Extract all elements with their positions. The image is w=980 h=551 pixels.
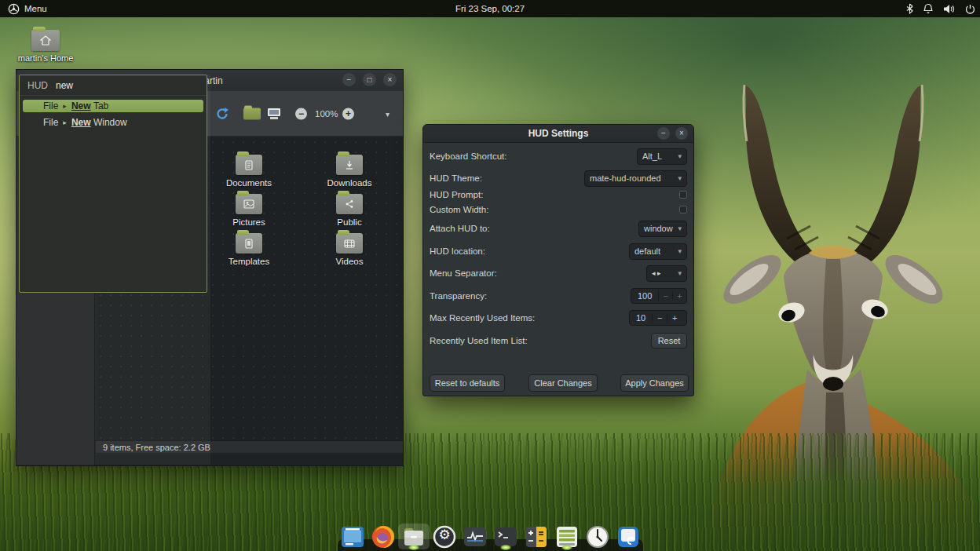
- chevron-down-icon: ▾: [678, 174, 682, 182]
- reset-recent-button[interactable]: Reset: [651, 333, 687, 348]
- dialog-title: HUD Settings: [423, 128, 693, 139]
- spin-plus-button[interactable]: +: [672, 291, 686, 301]
- minimize-button[interactable]: −: [342, 73, 356, 86]
- custom-width-label: Custom Width:: [430, 205, 488, 214]
- attach-hud-label: Attach HUD to:: [430, 224, 490, 233]
- volume-icon[interactable]: [943, 4, 955, 14]
- attach-hud-dropdown[interactable]: window▾: [638, 221, 687, 237]
- dock-file-manager[interactable]: [401, 524, 426, 549]
- chevron-down-icon: ▾: [678, 152, 682, 160]
- hud-result-new-window[interactable]: File ▸ New Window: [23, 116, 203, 129]
- dock-running-indicator: [561, 545, 572, 550]
- dock-software-updater[interactable]: [616, 524, 641, 549]
- transparency-label: Transparency:: [430, 291, 487, 301]
- dock-calculator[interactable]: [524, 524, 549, 549]
- dock-firefox[interactable]: [371, 524, 396, 549]
- hud-settings-titlebar[interactable]: HUD Settings − ×: [423, 125, 693, 143]
- recent-list-label: Recently Used Item List:: [430, 336, 528, 345]
- minimize-button[interactable]: −: [657, 127, 670, 140]
- folder-public[interactable]: Public: [314, 194, 385, 227]
- apply-changes-button[interactable]: Apply Changes: [620, 374, 689, 392]
- chevron-down-icon: ▾: [678, 269, 682, 277]
- menu-separator-dropdown[interactable]: ◂ ▸▾: [646, 265, 687, 282]
- dock-clock[interactable]: [585, 524, 610, 549]
- dock-terminal[interactable]: [493, 524, 518, 549]
- max-recent-label: Max Recently Used Items:: [430, 313, 535, 323]
- hud-search-input[interactable]: new: [56, 80, 73, 91]
- desktop-icon-label: martin's Home: [17, 53, 74, 63]
- hud-result-menu: File: [43, 100, 58, 111]
- folder-templates[interactable]: Templates: [214, 233, 284, 266]
- hud-overlay: HUD new File ▸ New Tab File ▸ New Window: [16, 75, 210, 465]
- refresh-button[interactable]: [215, 107, 229, 121]
- hud-prompt-label: HUD Prompt:: [430, 190, 483, 199]
- dock-control-center[interactable]: ⚙: [432, 524, 457, 549]
- dock-running-indicator: [408, 545, 419, 550]
- menu-separator-label: Menu Separator:: [430, 268, 497, 278]
- close-button[interactable]: ×: [675, 127, 688, 140]
- dock-software-center[interactable]: [340, 524, 365, 549]
- top-panel: Menu Fri 23 Sep, 00:27: [0, 0, 980, 17]
- spin-plus-button[interactable]: +: [667, 313, 682, 323]
- spin-minus-button[interactable]: −: [652, 313, 667, 323]
- transparency-spinner[interactable]: 100 − +: [631, 288, 687, 304]
- clear-changes-button[interactable]: Clear Changes: [528, 374, 598, 392]
- folder-pictures[interactable]: Pictures: [214, 194, 284, 227]
- zoom-level[interactable]: 100%: [315, 109, 338, 119]
- hud-settings-window: HUD Settings − × Keyboard Shortcut: Alt_…: [422, 124, 694, 396]
- power-icon[interactable]: [965, 4, 975, 14]
- custom-width-checkbox[interactable]: [679, 206, 687, 213]
- panel-clock[interactable]: Fri 23 Sep, 00:27: [0, 4, 980, 13]
- hud-theme-dropdown[interactable]: mate-hud-rounded▾: [584, 170, 687, 187]
- close-button[interactable]: ×: [383, 73, 397, 86]
- desktop: martin's Home martin − □ × − 100% + ▾: [0, 0, 980, 551]
- folder-documents[interactable]: Documents: [214, 155, 284, 188]
- max-recent-spinner[interactable]: 10 − +: [629, 310, 687, 326]
- spin-minus-button[interactable]: −: [658, 291, 672, 301]
- folder-icon: [243, 108, 261, 119]
- home-folder-icon: [31, 30, 60, 51]
- submenu-arrow-icon: ▸: [63, 102, 67, 110]
- hud-result-menu: File: [43, 117, 58, 128]
- location-toggle-chevron-icon[interactable]: ▾: [386, 109, 389, 118]
- zoom-in-button[interactable]: +: [342, 108, 354, 119]
- notifications-bell-icon[interactable]: [923, 3, 933, 14]
- hud-search-row[interactable]: HUD new: [20, 75, 207, 96]
- hud-result-new-tab[interactable]: File ▸ New Tab: [23, 100, 203, 112]
- keyboard-shortcut-label: Keyboard Shortcut:: [430, 151, 506, 161]
- desktop-icon-home[interactable]: martin's Home: [17, 25, 74, 63]
- open-folder-button[interactable]: [243, 108, 261, 119]
- maximize-button[interactable]: □: [363, 73, 376, 86]
- bluetooth-icon[interactable]: [906, 3, 913, 14]
- hud-location-dropdown[interactable]: default▾: [629, 243, 687, 260]
- keyboard-shortcut-dropdown[interactable]: Alt_L▾: [637, 148, 687, 165]
- dock-running-indicator: [500, 545, 511, 550]
- dock-software-boutique[interactable]: [554, 524, 580, 549]
- zoom-out-button[interactable]: −: [295, 108, 307, 119]
- hud-prompt-label: HUD: [27, 80, 48, 91]
- hud-prompt-checkbox[interactable]: [679, 191, 687, 199]
- dock: ⚙: [338, 523, 643, 551]
- hud-search-box: HUD new File ▸ New Tab File ▸ New Window: [19, 75, 207, 293]
- chevron-down-icon: ▾: [678, 224, 682, 232]
- dock-system-monitor[interactable]: [463, 524, 488, 549]
- computer-button[interactable]: [266, 107, 282, 121]
- gear-icon: ⚙: [432, 528, 457, 542]
- submenu-arrow-icon: ▸: [63, 119, 67, 126]
- reset-defaults-button[interactable]: Reset to defaults: [430, 374, 505, 392]
- chevron-down-icon: ▾: [678, 247, 682, 255]
- folder-videos[interactable]: Videos: [314, 233, 385, 266]
- hud-location-label: HUD location:: [430, 246, 485, 256]
- folder-downloads[interactable]: Downloads: [314, 155, 385, 188]
- hud-theme-label: HUD Theme:: [430, 173, 482, 183]
